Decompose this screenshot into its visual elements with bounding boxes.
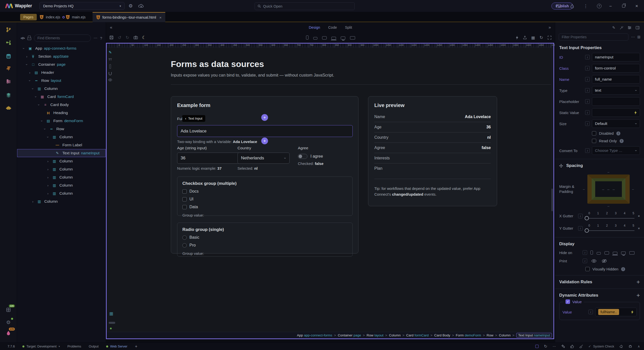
fit-view-icon[interactable] bbox=[548, 36, 551, 40]
tree-chevron-icon[interactable]: › bbox=[28, 79, 32, 83]
redo-icon[interactable]: ↻ bbox=[126, 35, 129, 40]
tab-close-icon[interactable]: × bbox=[159, 15, 162, 20]
problems-button[interactable]: Problems bbox=[67, 344, 81, 348]
breadcrumb-item[interactable]: FormdemoForm bbox=[456, 333, 481, 337]
theme-droplet-icon[interactable] bbox=[568, 2, 577, 10]
find-elements-input[interactable]: Find Elements bbox=[34, 34, 91, 42]
radio-icon[interactable] bbox=[182, 243, 187, 248]
breadcrumb-item[interactable]: Row bbox=[487, 333, 493, 337]
nav-forward-icon[interactable]: » bbox=[549, 25, 551, 30]
reload-icon[interactable]: ↻ bbox=[544, 344, 547, 349]
project-settings-gear-icon[interactable]: ⚙ bbox=[126, 2, 135, 10]
breadcrumb-item[interactable]: Column bbox=[499, 333, 511, 337]
tree-item[interactable]: ›▥Column bbox=[17, 157, 106, 165]
value-enabled-checkbox[interactable]: ✓ bbox=[566, 299, 570, 304]
tree-item[interactable]: —Form Label bbox=[17, 141, 106, 149]
tree-chevron-icon[interactable]: › bbox=[31, 200, 35, 203]
tree-chevron-icon[interactable]: › bbox=[46, 192, 50, 195]
canvas-horizontal-scroll-pill[interactable] bbox=[109, 322, 115, 324]
window-maximize-button[interactable] bbox=[620, 5, 627, 8]
quick-open-search[interactable]: Quick Open bbox=[255, 2, 355, 10]
layers-icon[interactable] bbox=[5, 91, 13, 99]
device-desktop-icon[interactable] bbox=[341, 37, 345, 40]
window-minimize-button[interactable]: – bbox=[607, 4, 614, 8]
edit-pencil-icon[interactable]: ✎ bbox=[612, 25, 615, 30]
tree-chevron-icon[interactable]: › bbox=[25, 63, 29, 66]
slider-knob[interactable] bbox=[585, 228, 589, 233]
breadcrumb-item[interactable]: Column bbox=[389, 333, 401, 337]
tree-item[interactable]: ›▤Header bbox=[17, 68, 106, 77]
value-binding-input[interactable]: fullName.. bbox=[595, 308, 637, 316]
margin-box[interactable]: – – – bbox=[587, 174, 630, 204]
target-selector[interactable]: Target: Development ▾ bbox=[22, 344, 60, 348]
add-validation-rule-button[interactable]: + bbox=[636, 279, 640, 285]
tree-item[interactable]: ✎Text InputnameInput bbox=[17, 149, 106, 157]
screenshot-camera-icon[interactable] bbox=[134, 36, 138, 39]
system-check-button[interactable]: ✓ System Check bbox=[588, 344, 614, 348]
tree-chevron-icon[interactable]: › bbox=[46, 135, 50, 139]
web-server-button[interactable]: Web Server bbox=[106, 344, 127, 348]
filter-sliders-icon[interactable] bbox=[628, 26, 631, 29]
hide-phone-landscape-icon[interactable] bbox=[597, 252, 601, 255]
checkbox-icon[interactable] bbox=[182, 205, 187, 209]
hide-phone-icon[interactable] bbox=[590, 251, 593, 255]
breadcrumb-item[interactable]: Containerpage bbox=[338, 333, 361, 337]
tree-chevron-icon[interactable]: › bbox=[37, 103, 41, 107]
hide-laptop-icon[interactable] bbox=[613, 252, 617, 255]
tree-item[interactable]: ›▥Column bbox=[17, 197, 106, 205]
workflow-icon[interactable] bbox=[5, 39, 13, 47]
tree-chevron-icon[interactable]: › bbox=[22, 47, 26, 50]
convert-to-select[interactable]: Choose Type ... › bbox=[592, 146, 640, 155]
tree-item[interactable]: ›▣Appapp-connect-forms bbox=[17, 44, 106, 52]
view-tab-design[interactable]: Design bbox=[305, 25, 323, 30]
tree-chevron-icon[interactable]: › bbox=[46, 176, 50, 179]
tree-chevron-icon[interactable]: › bbox=[25, 55, 29, 58]
settings-gear-icon[interactable]: ⚙ bbox=[5, 318, 13, 326]
clear-icon[interactable]: × bbox=[637, 214, 640, 218]
split-view-icon[interactable] bbox=[554, 2, 563, 10]
grid-toggle-icon[interactable]: ▦ bbox=[531, 35, 535, 40]
tree-more-icon[interactable]: ⋯ bbox=[94, 36, 97, 40]
padding-box[interactable]: – – – bbox=[592, 178, 625, 200]
tree-chevron-icon[interactable]: › bbox=[46, 167, 50, 171]
print-visible-eye-icon[interactable] bbox=[591, 259, 596, 263]
disabled-checkbox[interactable] bbox=[592, 131, 596, 135]
components-icon[interactable] bbox=[27, 38, 31, 40]
breadcrumb-item[interactable]: Card Body bbox=[434, 333, 450, 337]
margin-padding-widget[interactable]: Margin & Padding – – – – – – – bbox=[559, 170, 640, 208]
data-picker-bolt-icon[interactable] bbox=[634, 111, 637, 115]
clear-icon[interactable]: × bbox=[637, 226, 640, 230]
age-input[interactable]: 36 bbox=[177, 153, 246, 164]
tab-main-ejs[interactable]: 5 main.ejs bbox=[63, 12, 88, 22]
tree-item[interactable]: ›•••Rowlayout bbox=[17, 77, 106, 85]
type-select[interactable]: text› bbox=[592, 86, 640, 95]
tree-item[interactable]: ›▥Column bbox=[17, 165, 106, 173]
tree-item[interactable]: ›▦CardformCard bbox=[17, 93, 106, 101]
hide-tablet-icon[interactable] bbox=[605, 251, 609, 255]
undo-icon[interactable]: ↺ bbox=[118, 35, 121, 40]
y-gutter-slider[interactable]: 012345 bbox=[585, 223, 635, 233]
tab-forms-bindings-active[interactable]: 5 forms-bindings--tour-manual.html × bbox=[93, 12, 165, 22]
checkbox-icon[interactable] bbox=[182, 189, 187, 194]
scrollbar-thumb[interactable] bbox=[551, 189, 553, 211]
agree-toggle[interactable] bbox=[298, 154, 307, 159]
git-icon[interactable] bbox=[5, 26, 13, 34]
project-selector[interactable]: Demo Projects HQ ▾ bbox=[39, 2, 125, 10]
sparkles-icon[interactable] bbox=[561, 344, 565, 348]
tree-item[interactable]: ›▥Column bbox=[17, 189, 106, 197]
size-select[interactable]: Default› bbox=[592, 119, 640, 128]
data-picker-bolt-icon[interactable] bbox=[631, 310, 634, 314]
extensions-icon[interactable]: 226 bbox=[5, 306, 13, 314]
radio-icon[interactable] bbox=[182, 235, 187, 240]
hide-tv-icon[interactable] bbox=[629, 251, 634, 255]
tree-item[interactable]: ›▥Column bbox=[17, 173, 106, 181]
resources-icon[interactable]: 170 bbox=[5, 329, 13, 337]
tree-item[interactable]: ›≡Card Body bbox=[17, 101, 106, 109]
filter-properties-input[interactable]: Filter Properties bbox=[559, 33, 628, 41]
device-tablet-icon[interactable] bbox=[322, 36, 327, 40]
actions-bolt-icon[interactable] bbox=[516, 36, 518, 40]
checkbox-icon[interactable] bbox=[182, 197, 187, 201]
refresh-icon[interactable]: ↻ bbox=[540, 35, 543, 40]
breadcrumb-item[interactable]: CardformCard bbox=[406, 333, 429, 337]
routes-icon[interactable] bbox=[5, 64, 13, 72]
